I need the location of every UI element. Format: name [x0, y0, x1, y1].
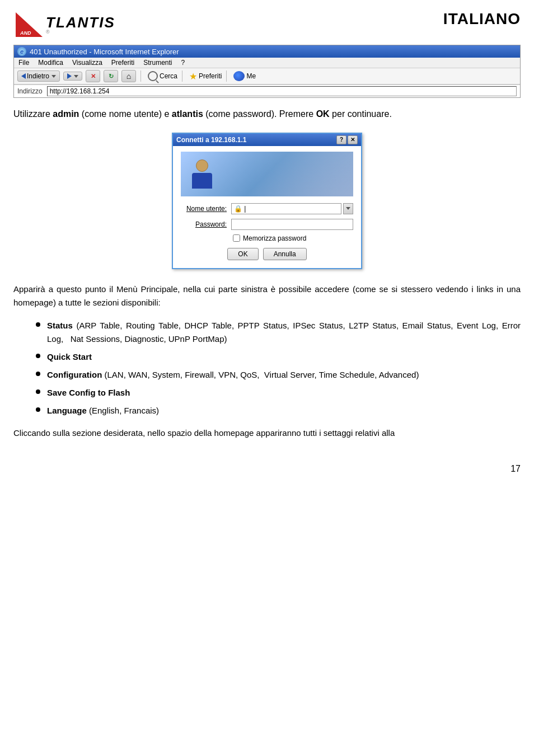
home-icon: ⌂	[127, 72, 131, 81]
login-dialog: Connetti a 192.168.1.1 ? ✕	[172, 133, 362, 269]
username-input-area	[231, 203, 353, 214]
back-button[interactable]: Indietro	[17, 71, 60, 82]
quickstart-bold: Quick Start	[47, 352, 92, 361]
language-item-text: Language (English, Francais)	[47, 404, 521, 417]
dropdown-arrow-icon	[346, 207, 350, 210]
bullet-icon	[36, 407, 40, 412]
language-bold: Language	[47, 406, 87, 415]
menu-strumenti[interactable]: Strumenti	[143, 59, 172, 67]
list-item-language: Language (English, Francais)	[36, 404, 521, 417]
configuration-item-text: Configuration (LAN, WAN, System, Firewal…	[47, 368, 521, 382]
remember-password-label: Memorizza password	[243, 234, 306, 242]
ok-button[interactable]: OK	[227, 248, 258, 260]
toolbar-separator	[140, 71, 141, 82]
home-button[interactable]: ⌂	[121, 70, 136, 82]
password-row: Password:	[181, 219, 353, 230]
menu-modifica[interactable]: Modifica	[38, 59, 63, 67]
logo-main-text: TLANTIS	[46, 15, 115, 30]
address-input[interactable]	[47, 86, 517, 96]
dialog-container: Connetti a 192.168.1.1 ? ✕	[13, 133, 521, 269]
menu-help[interactable]: ?	[181, 59, 185, 67]
dialog-titlebar: Connetti a 192.168.1.1 ? ✕	[173, 134, 361, 146]
cancel-button[interactable]: Annulla	[263, 248, 307, 260]
logo-text: TLANTIS ®	[46, 15, 115, 35]
logo-triangle-icon: AND	[13, 10, 45, 39]
main-content: Utilizzare admin (come nome utente) e at…	[0, 98, 534, 458]
username-label: Nome utente:	[181, 205, 231, 213]
toolbar-separator-2	[182, 71, 182, 82]
intro-text-mid1: (come nome utente) e	[82, 109, 172, 119]
intro-ok-text: OK	[316, 109, 330, 119]
svg-text:AND: AND	[20, 30, 31, 36]
bullet-icon	[36, 354, 40, 358]
bullet-icon	[36, 389, 40, 394]
search-icon	[148, 71, 158, 81]
forward-arrow-icon	[67, 73, 72, 79]
language-detail: (English, Francais)	[89, 406, 159, 415]
list-item-configuration: Configuration (LAN, WAN, System, Firewal…	[36, 368, 521, 382]
bullet-icon	[36, 322, 40, 327]
logo: AND TLANTIS ®	[13, 10, 115, 39]
username-row: Nome utente:	[181, 203, 353, 214]
dialog-help-button[interactable]: ?	[336, 135, 346, 144]
logo-sub-text: ®	[46, 30, 115, 35]
back-dropdown-icon	[51, 75, 56, 78]
username-dropdown-button[interactable]	[343, 203, 353, 214]
media-label[interactable]: Me	[246, 72, 256, 80]
dialog-title: Connetti a 192.168.1.1	[176, 136, 246, 144]
section-paragraph: Apparirà a questo punto il Menù Principa…	[13, 283, 521, 311]
configuration-bold: Configuration	[47, 370, 102, 379]
dialog-buttons: OK Annulla	[181, 248, 353, 260]
status-item-text: Status (ARP Table, Routing Table, DHCP T…	[47, 319, 521, 346]
intro-atlantis-text: atlantis	[172, 109, 203, 119]
closing-paragraph: Cliccando sulla sezione desiderata, nell…	[13, 426, 521, 440]
forward-button[interactable]	[63, 72, 82, 81]
remember-password-row: Memorizza password	[233, 234, 353, 242]
stop-icon: ✕	[91, 73, 96, 80]
dialog-controls: ? ✕	[336, 135, 358, 144]
menu-file[interactable]: File	[18, 59, 29, 67]
back-arrow-icon	[21, 73, 26, 79]
quickstart-item-text: Quick Start	[47, 350, 521, 364]
user-head	[196, 159, 208, 172]
configuration-detail: (LAN, WAN, System, Firewall, VPN, QoS, V…	[105, 370, 419, 379]
dialog-background-texture	[250, 152, 353, 196]
language-label: ITALIANO	[443, 10, 521, 28]
address-bar: Indirizzo	[14, 84, 520, 97]
stop-button[interactable]: ✕	[86, 70, 100, 82]
intro-admin-text: admin	[53, 109, 79, 119]
user-avatar-icon	[190, 159, 214, 189]
refresh-icon: ↻	[109, 73, 114, 80]
username-input[interactable]	[231, 203, 341, 214]
user-body	[192, 173, 212, 189]
status-detail: (ARP Table, Routing Table, DHCP Table, P…	[47, 321, 521, 344]
favorites-label[interactable]: Preferiti	[199, 72, 222, 80]
browser-toolbar: Indietro ✕ ↻ ⌂ Cerca ★ Prefe	[14, 68, 520, 84]
password-input[interactable]	[231, 219, 353, 230]
intro-paragraph: Utilizzare admin (come nome utente) e at…	[13, 107, 521, 121]
dialog-body: Nome utente: Password:	[173, 146, 361, 268]
toolbar-separator-3	[226, 71, 227, 82]
features-list: Status (ARP Table, Routing Table, DHCP T…	[36, 319, 521, 417]
menu-preferiti[interactable]: Preferiti	[111, 59, 134, 67]
list-item-status: Status (ARP Table, Routing Table, DHCP T…	[36, 319, 521, 346]
page-number: 17	[0, 458, 534, 480]
intro-text-mid2: (come password). Premere	[205, 109, 316, 119]
browser-titlebar: e 401 Unauthorized - Microsoft Internet …	[14, 45, 520, 58]
browser-window: e 401 Unauthorized - Microsoft Internet …	[13, 45, 521, 98]
search-area: Cerca	[148, 71, 177, 81]
page-header: AND TLANTIS ® ITALIANO	[0, 0, 534, 45]
dialog-close-button[interactable]: ✕	[348, 135, 358, 144]
intro-text-before-admin: Utilizzare	[13, 109, 53, 119]
search-label[interactable]: Cerca	[160, 72, 177, 80]
intro-text-end: per continuare.	[332, 109, 392, 119]
refresh-button[interactable]: ↻	[104, 70, 118, 82]
saveconfig-bold: Save Config to Flash	[47, 388, 130, 397]
menu-visualizza[interactable]: Visualizza	[72, 59, 102, 67]
ie-icon: e	[17, 47, 26, 56]
media-area: Me	[233, 71, 256, 81]
browser-title: 401 Unauthorized - Microsoft Internet Ex…	[30, 48, 179, 56]
list-item-saveconfig: Save Config to Flash	[36, 386, 521, 400]
remember-password-checkbox[interactable]	[233, 234, 240, 242]
back-label: Indietro	[27, 72, 49, 80]
